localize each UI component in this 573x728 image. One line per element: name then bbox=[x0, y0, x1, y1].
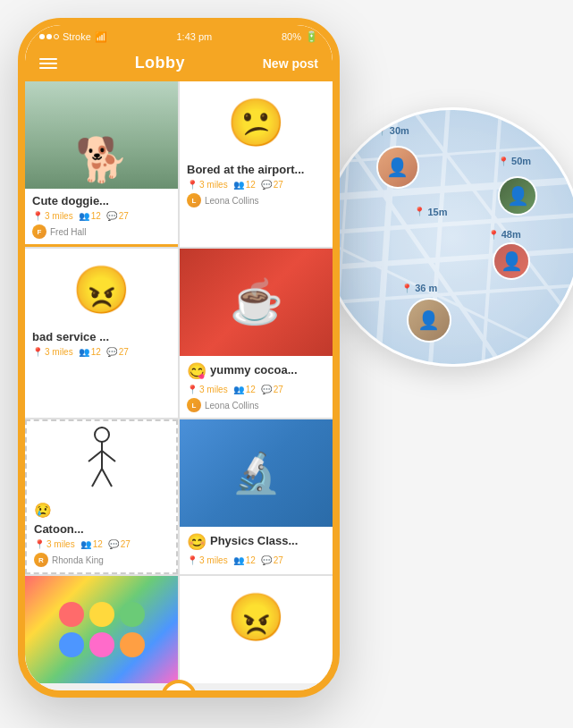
cocoa-image: ☕ bbox=[180, 249, 333, 356]
card-red-emoji[interactable]: 😠 bbox=[180, 576, 333, 683]
carrier-name: Stroke bbox=[63, 31, 91, 42]
card-cute-doggie-title: Cute doggie... bbox=[32, 194, 171, 207]
hamburger-line-3 bbox=[39, 67, 57, 69]
stick-figure-image bbox=[27, 421, 176, 502]
feed-grid: 🐕 Cute doggie... 📍 3 miles bbox=[25, 81, 333, 683]
lab-photo: 🔬 bbox=[232, 450, 281, 496]
card-physics[interactable]: 🔬 😊 Physics Class... 📍 3 miles bbox=[180, 419, 333, 574]
card-bored-author: L Leona Collins bbox=[187, 193, 325, 207]
svg-line-15 bbox=[102, 451, 115, 461]
card-bored-title: Bored at the airport... bbox=[187, 163, 325, 176]
card-cocoa-author: L Leona Collins bbox=[187, 398, 325, 412]
people-icon: 👥 bbox=[79, 211, 89, 221]
members-meta-2: 👥 12 bbox=[233, 180, 256, 190]
location-icon-5: 📍 bbox=[34, 539, 45, 549]
author-avatar-fred: F bbox=[32, 224, 46, 239]
status-left: Stroke 📶 bbox=[39, 31, 107, 43]
bored-emoji: 😕 bbox=[180, 81, 333, 157]
map-avatar-2: 👤 bbox=[498, 176, 537, 216]
cocoa-card-emoji: 😋 bbox=[187, 361, 206, 381]
card-bored-content: Bored at the airport... 📍 3 miles 👥 12 bbox=[180, 157, 333, 213]
members-meta: 👥 12 bbox=[79, 211, 101, 221]
signal-dots bbox=[39, 34, 59, 39]
members-meta-3: 👥 12 bbox=[79, 347, 101, 357]
comments-meta-2: 💬 27 bbox=[261, 180, 283, 190]
wifi-icon: 📶 bbox=[95, 31, 107, 43]
dog-emoji: 🐕 bbox=[75, 139, 129, 182]
app-title: Lobby bbox=[135, 54, 186, 72]
svg-line-1 bbox=[325, 216, 573, 233]
people-icon-3: 👥 bbox=[79, 347, 89, 357]
red-emoji: 😠 bbox=[180, 576, 333, 652]
status-time: 1:43 pm bbox=[177, 31, 213, 42]
angry-emoji: 😠 bbox=[25, 249, 178, 325]
svg-line-17 bbox=[102, 469, 112, 487]
feed[interactable]: 🐕 Cute doggie... 📍 3 miles bbox=[25, 81, 333, 690]
btn-yellow bbox=[89, 602, 114, 627]
distance-meta-4: 📍 3 miles bbox=[187, 385, 228, 394]
members-meta-6: 👥 12 bbox=[233, 555, 256, 565]
distance-meta-3: 📍 3 miles bbox=[32, 347, 73, 357]
comment-icon: 💬 bbox=[106, 211, 117, 221]
map-circle: 📍 30m 👤 📍 50m 👤 📍 15m 📍 48m 👤 bbox=[323, 107, 573, 367]
btn-green bbox=[120, 602, 145, 627]
comment-icon-6: 💬 bbox=[261, 555, 272, 565]
btn-blue bbox=[59, 632, 84, 657]
members-meta-4: 👥 12 bbox=[233, 385, 256, 394]
comments-meta-3: 💬 27 bbox=[106, 347, 129, 357]
btn-pink bbox=[89, 632, 114, 657]
card-cute-doggie[interactable]: 🐕 Cute doggie... 📍 3 miles bbox=[25, 81, 178, 247]
card-cute-doggie-meta: 📍 3 miles 👥 12 💬 27 bbox=[32, 211, 171, 221]
card-cocoa-meta: 📍 3 miles 👥 12 💬 27 bbox=[187, 385, 325, 394]
location-icon-3: 📍 bbox=[32, 347, 43, 357]
people-icon-4: 👥 bbox=[233, 385, 244, 394]
buttons-grid bbox=[52, 595, 152, 665]
card-bored-meta: 📍 3 miles 👥 12 💬 27 bbox=[187, 180, 325, 190]
svg-line-16 bbox=[92, 469, 102, 487]
card-catoon-title: Catoon... bbox=[34, 522, 169, 536]
location-icon-2: 📍 bbox=[187, 180, 198, 190]
app-header: Lobby New post bbox=[25, 47, 333, 81]
comments-meta-4: 💬 27 bbox=[261, 385, 283, 394]
hamburger-line-1 bbox=[39, 58, 57, 60]
phone: Stroke 📶 1:43 pm 80% 🔋 Lobby New post bbox=[18, 18, 340, 698]
comment-icon-4: 💬 bbox=[261, 385, 272, 394]
distance-meta-2: 📍 3 miles bbox=[187, 180, 228, 190]
location-icon: 📍 bbox=[32, 211, 43, 221]
distance-meta-6: 📍 3 miles bbox=[187, 555, 228, 565]
author-avatar-leona-1: L bbox=[187, 193, 201, 207]
btn-red bbox=[59, 602, 84, 627]
distance-30m: 📍 30m bbox=[376, 125, 409, 136]
location-icon-4: 📍 bbox=[187, 385, 198, 394]
card-physics-title: Physics Class... bbox=[210, 534, 298, 547]
map-avatar-1: 👤 bbox=[376, 146, 419, 189]
distance-15m: 📍 15m bbox=[414, 207, 447, 217]
card-bad-service-meta: 📍 3 miles 👥 12 💬 27 bbox=[32, 347, 171, 357]
distance-48m: 📍 48m bbox=[488, 229, 521, 240]
svg-point-12 bbox=[95, 427, 109, 442]
card-catoon[interactable]: 😢 Catoon... 📍 3 miles 👥 bbox=[25, 419, 178, 574]
people-icon-6: 👥 bbox=[233, 555, 244, 565]
hamburger-menu[interactable] bbox=[39, 58, 57, 69]
card-cute-doggie-content: Cute doggie... 📍 3 miles 👥 12 bbox=[25, 189, 178, 244]
card-bad-service[interactable]: 😠 bad service ... 📍 3 miles 👥 12 bbox=[25, 249, 178, 418]
card-bored-airport[interactable]: 😕 Bored at the airport... 📍 3 miles 👥 bbox=[180, 81, 333, 247]
comments-meta-6: 💬 27 bbox=[261, 555, 283, 565]
dog-image: 🐕 bbox=[25, 81, 178, 189]
distance-meta: 📍 3 miles bbox=[32, 211, 73, 221]
scene: 📍 30m 👤 📍 50m 👤 📍 15m 📍 48m 👤 bbox=[0, 0, 573, 728]
card-yummy-cocoa[interactable]: ☕ 😋 yummy cocoa... 📍 3 miles bbox=[180, 249, 333, 418]
cocoa-photo: ☕ bbox=[230, 277, 283, 327]
people-icon-5: 👥 bbox=[80, 539, 91, 549]
distance-meta-5: 📍 3 miles bbox=[34, 539, 75, 549]
map-avatar-3: 👤 bbox=[493, 242, 530, 280]
author-avatar-rhonda: R bbox=[34, 553, 48, 567]
dot-3 bbox=[54, 34, 59, 39]
author-avatar-leona-2: L bbox=[187, 398, 201, 412]
card-bad-service-title: bad service ... bbox=[32, 330, 171, 343]
new-post-button[interactable]: New post bbox=[263, 56, 318, 71]
card-cocoa-title: yummy cocoa... bbox=[210, 363, 298, 377]
card-colorful[interactable] bbox=[25, 576, 178, 683]
map-avatar-4: 👤 bbox=[407, 298, 451, 343]
physics-emoji: 😊 bbox=[187, 532, 206, 552]
